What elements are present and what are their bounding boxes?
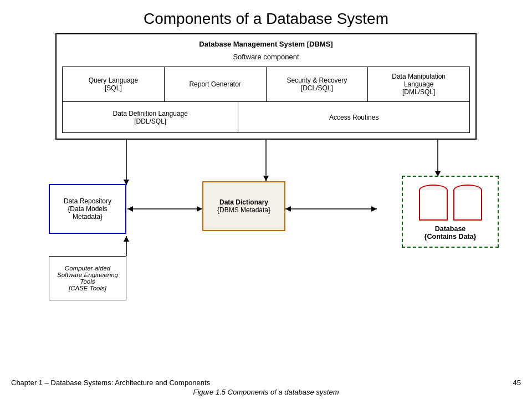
page-title: Components of a Database System bbox=[0, 0, 532, 33]
cell-access-routines: Access Routines bbox=[238, 102, 469, 132]
dbms-box: Database Management System [DBMS] Softwa… bbox=[55, 33, 477, 140]
cell-ddl: Data Definition Language[DDL/SQL] bbox=[63, 102, 238, 132]
svg-marker-7 bbox=[127, 206, 133, 212]
case-line1: Computer-aided bbox=[65, 265, 110, 272]
case-line3: Tools bbox=[80, 278, 95, 285]
cylinder-body-2 bbox=[453, 190, 482, 221]
cylinder-2 bbox=[453, 185, 482, 221]
svg-marker-8 bbox=[197, 206, 202, 212]
data-repo-box: Data Repository {Data Models Metadata} bbox=[49, 184, 126, 234]
data-repo-line2: {Data Models bbox=[68, 205, 107, 213]
data-dict-box: Data Dictionary {DBMS Metadata} bbox=[202, 181, 285, 231]
components-row2: Data Definition Language[DDL/SQL] Access… bbox=[62, 102, 470, 133]
dbms-subtitle: Software component bbox=[62, 53, 470, 61]
data-dict-line1: Data Dictionary bbox=[219, 198, 268, 206]
cylinder-1 bbox=[419, 185, 448, 221]
figure-caption: Figure 1.5 Components of a database syst… bbox=[0, 388, 532, 396]
data-dict-line2: {DBMS Metadata} bbox=[217, 206, 270, 214]
case-line2: Software Engineering bbox=[57, 272, 118, 278]
database-label1: Database bbox=[406, 225, 495, 233]
diagram-area: Database Management System [DBMS] Softwa… bbox=[17, 33, 515, 317]
footer: Chapter 1 – Database Systems: Architectu… bbox=[0, 378, 532, 387]
components-grid: Query Language[SQL] Report Generator Sec… bbox=[62, 66, 470, 133]
database-box: Database {Contains Data} bbox=[402, 176, 499, 248]
data-repo-line1: Data Repository bbox=[64, 197, 111, 205]
svg-marker-3 bbox=[263, 176, 269, 181]
case-line4: [CASE Tools] bbox=[69, 285, 106, 291]
svg-marker-10 bbox=[285, 206, 291, 212]
components-row1: Query Language[SQL] Report Generator Sec… bbox=[62, 66, 470, 102]
cell-security-recovery: Security & Recovery[DCL/SQL] bbox=[267, 67, 369, 101]
lower-area: Data Repository {Data Models Metadata} D… bbox=[17, 140, 515, 317]
cell-query-language: Query Language[SQL] bbox=[63, 67, 165, 101]
data-repo-line3: Metadata} bbox=[73, 213, 103, 221]
svg-marker-13 bbox=[124, 236, 129, 242]
cylinder-body-1 bbox=[419, 190, 448, 221]
case-tools-box: Computer-aided Software Engineering Tool… bbox=[49, 256, 126, 300]
database-label2: {Contains Data} bbox=[406, 233, 495, 241]
cell-dml: Data ManipulationLanguage[DML/SQL] bbox=[368, 67, 469, 101]
cell-report-generator: Report Generator bbox=[165, 67, 267, 101]
cylinder-wrap bbox=[403, 177, 498, 221]
dbms-title: Database Management System [DBMS] bbox=[62, 40, 470, 48]
page-number: 45 bbox=[513, 378, 521, 387]
svg-marker-11 bbox=[371, 206, 377, 212]
chapter-label: Chapter 1 – Database Systems: Architectu… bbox=[11, 378, 210, 387]
database-label: Database {Contains Data} bbox=[403, 225, 498, 241]
